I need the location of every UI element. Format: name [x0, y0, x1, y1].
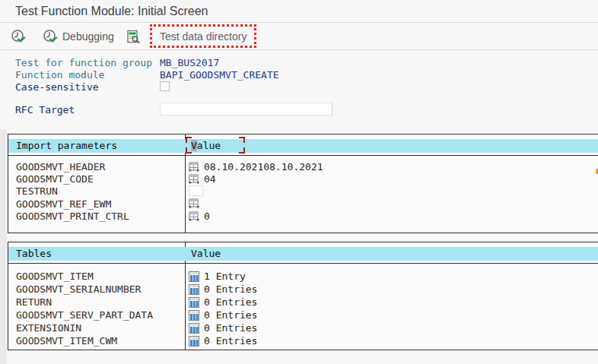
header-stripe	[8, 247, 598, 261]
import-parameters-table: Import parameters Value GOODSMVT_HEADER …	[8, 134, 598, 233]
param-name[interactable]: TESTRUN	[16, 185, 58, 197]
testrun-input[interactable]	[189, 185, 203, 196]
test-data-directory-icon	[126, 29, 141, 44]
left-gutter	[0, 129, 7, 364]
structure-icon[interactable]	[189, 162, 199, 173]
param-name[interactable]: GOODSMVT_PRINT_CTRL	[16, 210, 129, 222]
execute-debugging-icon	[43, 29, 58, 44]
function-module-value[interactable]: BAPI_GOODSMVT_CREATE	[160, 69, 279, 81]
debugging-button[interactable]: Debugging	[43, 24, 114, 49]
table-row: GOODSMVT_REF_EWM	[8, 198, 598, 210]
structure-icon[interactable]	[189, 211, 199, 222]
table-row: GOODSMVT_ITEM 1 Entry	[8, 271, 598, 283]
tables-header[interactable]: Tables	[16, 248, 52, 259]
table-row: GOODSMVT_SERIALNUMBER 0 Entries	[8, 283, 598, 296]
case-sensitive-label: Case-sensitive	[15, 81, 99, 93]
value-header[interactable]: Value	[191, 248, 221, 259]
function-group-label: Test for function group	[15, 57, 152, 68]
table-param-value[interactable]: 0 Entries	[204, 283, 257, 295]
param-name[interactable]: GOODSMVT_REF_EWM	[16, 198, 111, 210]
title-bar: Test Function Module: Initial Screen	[0, 0, 598, 23]
table-param-value[interactable]: 0 Entries	[204, 309, 257, 321]
table-icon[interactable]	[189, 271, 199, 282]
structure-icon[interactable]	[189, 198, 199, 209]
table-param-name[interactable]: GOODSMVT_ITEM_CWM	[16, 335, 117, 347]
application-toolbar: Debugging Test data directory	[0, 24, 598, 50]
page-title: Test Function Module: Initial Screen	[15, 5, 208, 18]
table-param-value[interactable]: 1 Entry	[204, 271, 246, 282]
table-param-name[interactable]: EXTENSIONIN	[16, 322, 81, 334]
table-param-name[interactable]: GOODSMVT_SERV_PART_DATA	[16, 309, 153, 321]
import-parameters-header-row: Import parameters Value	[8, 135, 598, 156]
case-sensitive-checkbox[interactable]	[160, 81, 170, 91]
execute-button[interactable]	[11, 24, 26, 49]
field-selection-brackets[interactable]: Value	[186, 137, 245, 154]
table-row: GOODSMVT_PRINT_CTRL 0	[8, 210, 598, 223]
test-data-directory-button-label: Test data directory	[160, 30, 247, 43]
tables-header-row: Tables Value	[8, 242, 598, 264]
tables-table: Tables Value GOODSMVT_ITEM 1 Entry GOODS…	[8, 242, 598, 350]
table-icon[interactable]	[189, 310, 199, 321]
table-param-value[interactable]: 0 Entries	[204, 296, 257, 308]
table-param-value[interactable]: 0 Entries	[204, 335, 257, 347]
param-name[interactable]: GOODSMVT_HEADER	[16, 161, 105, 173]
table-icon[interactable]	[189, 336, 199, 347]
table-row: TESTRUN	[8, 185, 598, 198]
table-row: EXTENSIONIN 0 Entries	[8, 322, 598, 334]
table-param-value[interactable]: 0 Entries	[204, 322, 257, 334]
function-module-label: Function module	[15, 69, 104, 81]
param-value[interactable]: 08.10.202108.10.2021	[204, 161, 323, 173]
value-header: Value	[191, 140, 221, 151]
execute-icon	[11, 29, 26, 44]
table-row: RETURN 0 Entries	[8, 296, 598, 309]
table-row: GOODSMVT_SERV_PART_DATA 0 Entries	[8, 309, 598, 321]
import-parameters-header[interactable]: Import parameters	[16, 140, 117, 151]
table-row: GOODSMVT_CODE 04	[8, 173, 598, 185]
rfc-target-label: RFC Target	[15, 104, 75, 116]
table-icon[interactable]	[189, 284, 199, 295]
param-value[interactable]: 04	[204, 173, 216, 185]
table-param-name[interactable]: RETURN	[16, 296, 52, 308]
table-row: GOODSMVT_ITEM_CWM 0 Entries	[8, 335, 598, 347]
test-data-directory-icon-button[interactable]	[126, 24, 141, 49]
rfc-target-input[interactable]	[160, 103, 332, 116]
test-data-directory-button[interactable]: Test data directory	[150, 24, 256, 48]
table-icon[interactable]	[189, 297, 199, 308]
param-value[interactable]: 0	[204, 210, 210, 222]
structure-icon[interactable]	[189, 174, 199, 185]
table-param-name[interactable]: GOODSMVT_SERIALNUMBER	[16, 283, 141, 295]
table-icon[interactable]	[189, 323, 199, 334]
table-row: GOODSMVT_HEADER 08.10.202108.10.2021	[8, 161, 598, 173]
table-param-name[interactable]: GOODSMVT_ITEM	[16, 271, 94, 282]
function-group-value[interactable]: MB_BUS2017	[160, 57, 219, 68]
param-name[interactable]: GOODSMVT_CODE	[16, 173, 94, 185]
debugging-button-label: Debugging	[62, 30, 114, 43]
